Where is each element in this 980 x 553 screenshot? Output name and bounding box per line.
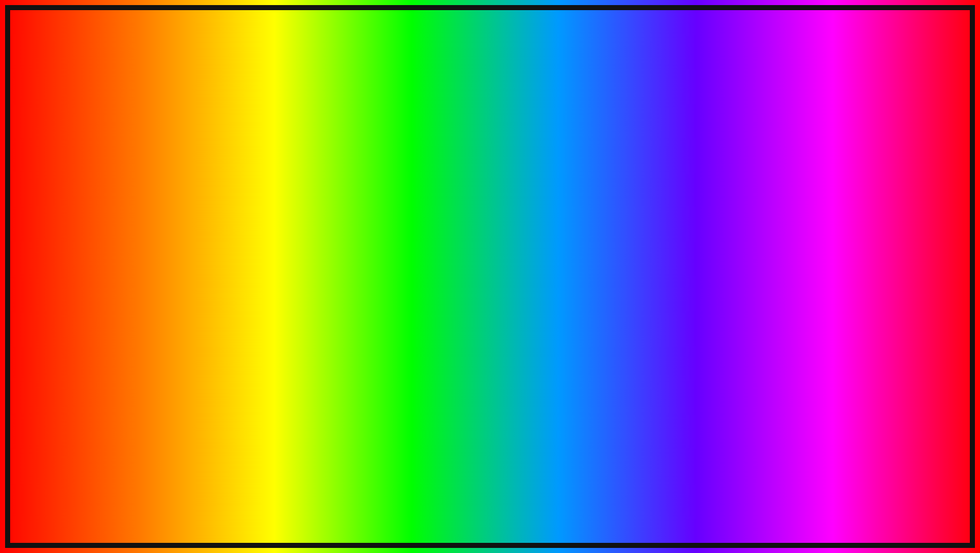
panel-right-split: 🏠 Main Farm ⚙ Misc Farm ✕ Combat 📈 Stats…: [695, 194, 951, 320]
script-bottom: SCRIPT: [499, 494, 639, 531]
nav-devil-fruit[interactable]: 🍎 Devil Fruit: [695, 289, 755, 304]
checkmark-1: ✓: [231, 178, 271, 226]
select-mode-label: Select Mode Farm : Normal Mode: [762, 231, 845, 237]
auto-kaitan-toggle[interactable]: [923, 292, 944, 302]
teleport-icon: 📍: [701, 261, 708, 268]
auto-kaitan-label: Auto Kaitan: [762, 293, 793, 300]
fluxus-text: FLUXUS: [728, 145, 880, 171]
char-body: [462, 167, 518, 233]
pastebin-bottom: PASTEBIN: [651, 494, 842, 531]
blox-logo-icon: 💀: [867, 464, 912, 510]
char-hat: [460, 112, 520, 124]
shop-nav-label: Shop: [712, 308, 726, 316]
blox-logo-text-1: BL★X: [860, 510, 919, 528]
panel-left-ping: Ping: 100.973 (19%CV): [216, 169, 270, 175]
combat-nav-label: Combat: [709, 230, 731, 237]
select-monster-label: Select Monster :: [762, 218, 802, 224]
fluxus-box: FLUXUS HYDROGEN: [715, 137, 894, 206]
select-weapon-arrow: ▲: [939, 246, 944, 251]
main-farm-section-label: Main Farm: [762, 255, 944, 270]
select-weapon-label: Select Weapon : Melee: [762, 245, 820, 251]
select-monster-row[interactable]: Select Monster : ▲: [762, 214, 944, 228]
panel-left-logo: P: [47, 161, 61, 176]
main-farm-nav-icon: 🏠: [701, 198, 708, 205]
bottom-section: AUTO FARM SCRIPT PASTEBIN: [0, 482, 980, 543]
auto-farm-level-row: Auto Farm Level: [762, 270, 944, 288]
players-right: Players : 1 / 12: [908, 183, 945, 189]
panel-right-main: List Farm Select Monster : ▲ Select Mode…: [756, 194, 951, 320]
panel-left-header-info: 05 January 2023 Hours:22:30:49 Ping: 100…: [176, 163, 293, 175]
panel-left-fps: FPS: 53: [275, 169, 293, 175]
character-area: 30:14: [401, 112, 579, 391]
stats-label: Stats: [712, 246, 726, 253]
nav-shop[interactable]: 🛒 Shop: [695, 304, 755, 320]
nav-misc-farm[interactable]: ⚙ Misc Farm: [695, 210, 755, 226]
fluxus-badge: FLUXUS HYDROGEN: [715, 137, 894, 206]
avatar-right: [700, 181, 711, 192]
android-label: ANDROID: [38, 226, 263, 274]
nav-combat[interactable]: ✕ Combat: [695, 226, 755, 241]
misc-farm-icon: ⚙: [701, 214, 706, 221]
mobile-label: MOBILE: [38, 178, 225, 226]
select-mode-row[interactable]: Select Mode Farm : Normal Mode ▲: [762, 228, 944, 241]
auto-farm-level-label: Auto Farm Level: [762, 275, 806, 283]
teleport-label: Teleport: [712, 261, 734, 268]
character-figure: [444, 112, 536, 315]
blox-title: BLOX: [195, 8, 431, 101]
select-monster-arrow: ▲: [939, 218, 944, 224]
main-container: BLOX FRUITS MOBILE ✓ ANDROID ✓ P PadoHub…: [0, 0, 980, 553]
select-weapon-row[interactable]: Select Weapon : Melee ▲: [762, 241, 944, 255]
panel-right-logo: P: [700, 161, 714, 176]
devil-fruit-label: Devil Fruit: [712, 293, 739, 300]
mobile-android-section: MOBILE ✓ ANDROID ✓: [38, 178, 309, 274]
hydrogen-text: HYDROGEN: [728, 171, 880, 198]
panel-right-ping: Ping: 100.227 (34%CV): [892, 169, 945, 175]
auto-kaitan-row: Auto Kaitan: [762, 288, 944, 306]
stats-icon: 📈: [701, 246, 708, 253]
checkmark-2: ✓: [268, 226, 309, 274]
auto-farm-bottom: AUTO FARM: [139, 482, 486, 543]
nav-teleport[interactable]: 📍 Teleport: [695, 257, 755, 273]
panel-left-pado: PadoHub: [66, 165, 94, 172]
dungeon-nav-icon: ◎: [701, 277, 706, 284]
panel-left-hours: Hours:22:30:49: [176, 169, 211, 175]
devil-fruit-icon: 🍎: [701, 293, 708, 300]
shop-nav-icon: 🛒: [701, 308, 708, 316]
dungeon-nav-label: Dungeon: [709, 277, 734, 284]
panel-right-sidebar: 🏠 Main Farm ⚙ Misc Farm ✕ Combat 📈 Stats…: [695, 194, 756, 320]
panel-left-date: 05 January 2023: [176, 163, 293, 169]
misc-farm-label: Misc Farm: [710, 214, 738, 221]
combat-nav-icon: ✕: [701, 230, 706, 237]
nav-dungeon[interactable]: ◎ Dungeon: [695, 273, 755, 289]
blox-fruits-logo-br: 💀 BL★X FRUITS: [860, 464, 919, 545]
title-section: BLOX FRUITS: [0, 8, 980, 101]
clock-display: 30:14: [452, 310, 529, 340]
fruits-title: FRUITS: [476, 8, 785, 101]
char-legs: [462, 233, 518, 279]
char-head: [467, 124, 513, 167]
blox-logo-text-2: FRUITS: [860, 528, 919, 545]
auto-farm-level-toggle[interactable]: [923, 274, 944, 284]
select-mode-arrow: ▲: [939, 232, 944, 237]
nav-stats[interactable]: 📈 Stats: [695, 241, 755, 257]
